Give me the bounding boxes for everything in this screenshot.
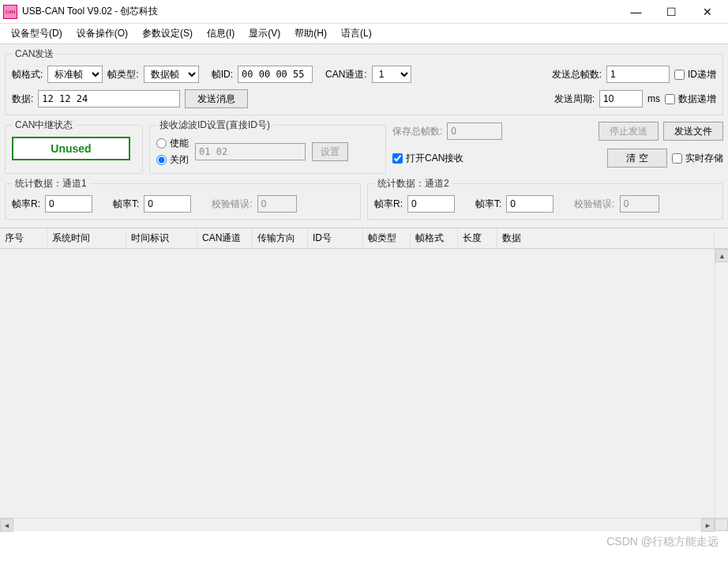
ch2-chk-err-input xyxy=(620,195,659,213)
col-channel[interactable]: CAN通道 xyxy=(197,228,253,248)
ch1-rate-r-input xyxy=(45,195,92,213)
table-header: 序号 系统时间 时间标识 CAN通道 传输方向 ID号 帧类型 帧格式 长度 数… xyxy=(0,228,728,249)
data-increment-label: 数据递增 xyxy=(678,92,716,106)
window-title: USB-CAN Tool V9.02 - 创芯科技 xyxy=(22,5,618,18)
scroll-up-icon[interactable]: ▲ xyxy=(715,249,728,262)
menu-device-op[interactable]: 设备操作(O) xyxy=(70,24,134,43)
scroll-left-icon[interactable]: ◄ xyxy=(0,518,13,532)
frame-format-select[interactable]: 标准帧 xyxy=(47,66,103,83)
id-increment-label: ID递增 xyxy=(688,68,716,81)
table-body: ▲ xyxy=(0,249,728,518)
relay-status-box: Unused xyxy=(12,137,130,160)
realtime-save-option[interactable]: 实时存储 xyxy=(672,152,723,165)
filter-enable-radio[interactable] xyxy=(156,138,167,149)
col-ffmt[interactable]: 帧格式 xyxy=(411,228,458,248)
menu-info[interactable]: 信息(I) xyxy=(201,24,241,43)
send-period-label: 发送周期: xyxy=(554,92,595,106)
menu-bar: 设备型号(D) 设备操作(O) 参数设定(S) 信息(I) 显示(V) 帮助(H… xyxy=(0,24,728,44)
legend-filter: 接收滤波ID设置(直接ID号) xyxy=(156,119,273,132)
ch2-rate-r-label: 帧率R: xyxy=(374,198,403,211)
data-label: 数据: xyxy=(12,92,33,106)
save-total-input xyxy=(447,122,502,140)
legend-stats2: 统计数据：通道2 xyxy=(374,177,452,190)
group-filter: 接收滤波ID设置(直接ID号) 使能 关闭 设置 xyxy=(149,119,386,174)
close-button[interactable]: ✕ xyxy=(689,1,725,23)
send-file-button[interactable]: 发送文件 xyxy=(663,122,723,141)
filter-enable-option[interactable]: 使能 xyxy=(156,137,189,150)
realtime-save-checkbox[interactable] xyxy=(672,153,682,164)
minimize-button[interactable]: — xyxy=(618,1,654,23)
open-can-recv-option[interactable]: 打开CAN接收 xyxy=(392,152,463,165)
data-table: 序号 系统时间 时间标识 CAN通道 传输方向 ID号 帧类型 帧格式 长度 数… xyxy=(0,228,728,531)
frame-type-label: 帧类型: xyxy=(107,68,138,81)
id-increment-checkbox[interactable] xyxy=(674,70,685,80)
frame-type-select[interactable]: 数据帧 xyxy=(144,66,199,83)
col-id[interactable]: ID号 xyxy=(308,228,363,248)
open-can-recv-checkbox[interactable] xyxy=(392,153,403,164)
scroll-h-track[interactable] xyxy=(13,518,701,531)
filter-ids-input[interactable] xyxy=(195,143,306,160)
legend-stats1: 统计数据：通道1 xyxy=(12,177,90,190)
scroll-right-icon[interactable]: ► xyxy=(701,518,715,532)
vertical-scrollbar[interactable]: ▲ xyxy=(715,249,728,518)
send-total-label: 发送总帧数: xyxy=(552,68,602,81)
group-relay-status: CAN中继状态 Unused xyxy=(5,119,143,174)
filter-set-button[interactable]: 设置 xyxy=(312,142,348,161)
filter-disable-option[interactable]: 关闭 xyxy=(156,153,189,167)
filter-disable-label: 关闭 xyxy=(170,153,189,167)
open-can-recv-label: 打开CAN接收 xyxy=(406,152,463,165)
horizontal-scrollbar[interactable]: ◄ ► xyxy=(0,518,728,531)
maximize-button[interactable]: ☐ xyxy=(654,1,689,23)
group-stats-ch2: 统计数据：通道2 帧率R: 帧率T: 校验错误: xyxy=(367,177,723,220)
menu-param[interactable]: 参数设定(S) xyxy=(136,24,199,43)
legend-can-send: CAN发送 xyxy=(12,47,57,61)
filter-disable-radio[interactable] xyxy=(156,155,167,165)
group-stats-ch1: 统计数据：通道1 帧率R: 帧率T: 校验错误: xyxy=(5,177,361,220)
legend-relay: CAN中继状态 xyxy=(12,119,76,132)
ch2-rate-t-input xyxy=(506,195,554,213)
app-icon: CAN xyxy=(3,5,17,19)
can-channel-select[interactable]: 1 xyxy=(372,66,411,83)
frame-format-label: 帧格式: xyxy=(12,68,43,81)
clear-button[interactable]: 清 空 xyxy=(607,149,667,168)
ch1-rate-t-label: 帧率T: xyxy=(113,198,139,211)
col-timemark[interactable]: 时间标识 xyxy=(126,228,197,248)
menu-device-model[interactable]: 设备型号(D) xyxy=(5,24,69,43)
ch2-chk-err-label: 校验错误: xyxy=(574,198,614,211)
data-input[interactable] xyxy=(38,90,180,107)
group-can-send: CAN发送 帧格式: 标准帧 帧类型: 数据帧 帧ID: CAN通道: 1 发送… xyxy=(5,47,723,115)
realtime-save-label: 实时存储 xyxy=(685,152,723,165)
col-data[interactable]: 数据 xyxy=(497,228,715,248)
watermark: CSDN @行稳方能走远 xyxy=(606,535,719,549)
col-ftype[interactable]: 帧类型 xyxy=(363,228,411,248)
ch2-rate-r-input xyxy=(407,195,455,213)
menu-lang[interactable]: 语言(L) xyxy=(335,24,378,43)
ch1-chk-err-input xyxy=(257,195,297,213)
col-len[interactable]: 长度 xyxy=(458,228,497,248)
id-increment-option[interactable]: ID递增 xyxy=(674,68,716,81)
col-systime[interactable]: 系统时间 xyxy=(47,228,126,248)
filter-enable-label: 使能 xyxy=(170,137,189,150)
col-dir[interactable]: 传输方向 xyxy=(253,228,308,248)
send-message-button[interactable]: 发送消息 xyxy=(185,89,248,108)
ch1-rate-r-label: 帧率R: xyxy=(12,198,40,211)
stop-send-button[interactable]: 停止发送 xyxy=(599,122,659,141)
ch1-chk-err-label: 校验错误: xyxy=(212,198,252,211)
can-channel-label: CAN通道: xyxy=(325,68,367,81)
frame-id-input[interactable] xyxy=(238,66,313,83)
send-period-input[interactable] xyxy=(599,90,643,107)
data-increment-option[interactable]: 数据递增 xyxy=(665,92,716,106)
data-increment-checkbox[interactable] xyxy=(665,94,675,104)
title-bar: CAN USB-CAN Tool V9.02 - 创芯科技 — ☐ ✕ xyxy=(0,0,728,24)
menu-display[interactable]: 显示(V) xyxy=(242,24,287,43)
ch1-rate-t-input xyxy=(144,195,191,213)
frame-id-label: 帧ID: xyxy=(212,68,233,81)
period-unit: ms xyxy=(647,93,660,104)
ch2-rate-t-label: 帧率T: xyxy=(475,198,501,211)
menu-help[interactable]: 帮助(H) xyxy=(288,24,333,43)
col-seq[interactable]: 序号 xyxy=(0,228,47,248)
send-total-input[interactable] xyxy=(606,66,670,83)
save-total-label: 保存总帧数: xyxy=(392,125,442,138)
